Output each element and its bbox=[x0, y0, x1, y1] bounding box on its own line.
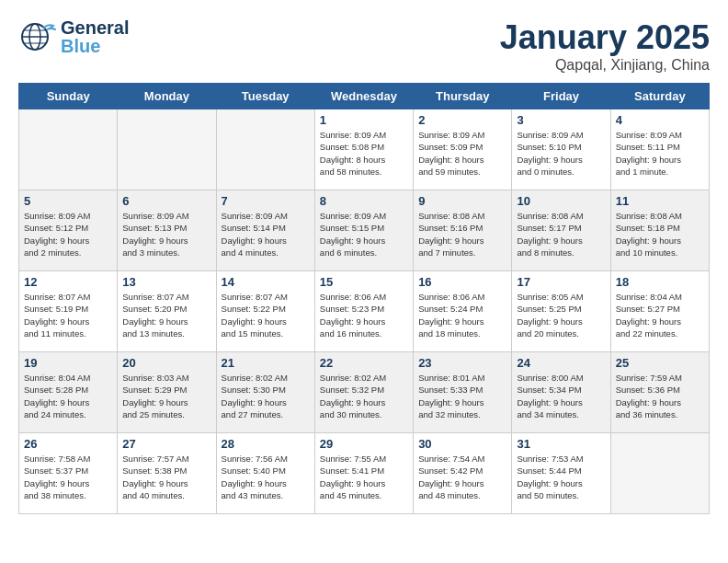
day-info: Sunrise: 8:05 AM Sunset: 5:25 PM Dayligh… bbox=[517, 291, 605, 339]
calendar-cell: 8Sunrise: 8:09 AM Sunset: 5:15 PM Daylig… bbox=[314, 190, 413, 271]
calendar-cell: 17Sunrise: 8:05 AM Sunset: 5:25 PM Dayli… bbox=[512, 271, 610, 352]
calendar-cell bbox=[19, 109, 118, 190]
calendar-cell: 29Sunrise: 7:55 AM Sunset: 5:41 PM Dayli… bbox=[314, 433, 413, 514]
calendar-cell: 12Sunrise: 8:07 AM Sunset: 5:19 PM Dayli… bbox=[19, 271, 118, 352]
day-info: Sunrise: 7:54 AM Sunset: 5:42 PM Dayligh… bbox=[418, 453, 506, 501]
day-info: Sunrise: 8:06 AM Sunset: 5:24 PM Dayligh… bbox=[418, 291, 506, 339]
calendar-cell: 4Sunrise: 8:09 AM Sunset: 5:11 PM Daylig… bbox=[610, 109, 709, 190]
day-info: Sunrise: 8:09 AM Sunset: 5:10 PM Dayligh… bbox=[517, 129, 605, 178]
day-header-sunday: Sunday bbox=[19, 84, 118, 109]
calendar-cell: 10Sunrise: 8:08 AM Sunset: 5:17 PM Dayli… bbox=[512, 190, 610, 271]
calendar-cell: 5Sunrise: 8:09 AM Sunset: 5:12 PM Daylig… bbox=[19, 190, 118, 271]
day-number: 24 bbox=[517, 356, 605, 370]
day-info: Sunrise: 8:03 AM Sunset: 5:29 PM Dayligh… bbox=[122, 372, 210, 420]
days-header-row: SundayMondayTuesdayWednesdayThursdayFrid… bbox=[19, 84, 710, 109]
day-number: 11 bbox=[616, 194, 704, 208]
calendar-cell: 7Sunrise: 8:09 AM Sunset: 5:14 PM Daylig… bbox=[216, 190, 314, 271]
title-block: January 2025 Qapqal, Xinjiang, China bbox=[500, 18, 710, 74]
day-header-thursday: Thursday bbox=[414, 84, 512, 109]
calendar-cell: 11Sunrise: 8:08 AM Sunset: 5:18 PM Dayli… bbox=[610, 190, 709, 271]
day-number: 15 bbox=[320, 275, 408, 289]
calendar-cell: 25Sunrise: 7:59 AM Sunset: 5:36 PM Dayli… bbox=[610, 352, 709, 433]
day-number: 18 bbox=[616, 275, 704, 289]
day-info: Sunrise: 8:07 AM Sunset: 5:19 PM Dayligh… bbox=[24, 291, 112, 339]
calendar-cell bbox=[118, 109, 216, 190]
day-number: 8 bbox=[320, 194, 408, 208]
calendar-cell: 22Sunrise: 8:02 AM Sunset: 5:32 PM Dayli… bbox=[314, 352, 413, 433]
day-number: 26 bbox=[24, 437, 112, 451]
day-info: Sunrise: 7:53 AM Sunset: 5:44 PM Dayligh… bbox=[517, 453, 605, 501]
day-number: 27 bbox=[122, 437, 210, 451]
day-number: 25 bbox=[616, 356, 704, 370]
day-number: 2 bbox=[418, 113, 506, 127]
day-number: 17 bbox=[517, 275, 605, 289]
day-info: Sunrise: 8:09 AM Sunset: 5:12 PM Dayligh… bbox=[24, 210, 112, 259]
day-number: 20 bbox=[122, 356, 210, 370]
calendar-cell: 27Sunrise: 7:57 AM Sunset: 5:38 PM Dayli… bbox=[118, 433, 216, 514]
day-info: Sunrise: 8:07 AM Sunset: 5:22 PM Dayligh… bbox=[222, 291, 310, 339]
calendar-cell: 18Sunrise: 8:04 AM Sunset: 5:27 PM Dayli… bbox=[610, 271, 709, 352]
day-info: Sunrise: 8:04 AM Sunset: 5:27 PM Dayligh… bbox=[616, 291, 704, 339]
day-info: Sunrise: 7:58 AM Sunset: 5:37 PM Dayligh… bbox=[24, 453, 112, 501]
day-info: Sunrise: 8:00 AM Sunset: 5:34 PM Dayligh… bbox=[517, 372, 605, 420]
day-number: 16 bbox=[418, 275, 506, 289]
calendar-week-row: 1Sunrise: 8:09 AM Sunset: 5:08 PM Daylig… bbox=[19, 109, 710, 190]
calendar-cell: 19Sunrise: 8:04 AM Sunset: 5:28 PM Dayli… bbox=[19, 352, 118, 433]
day-info: Sunrise: 8:06 AM Sunset: 5:23 PM Dayligh… bbox=[320, 291, 408, 339]
day-number: 9 bbox=[418, 194, 506, 208]
day-header-tuesday: Tuesday bbox=[216, 84, 314, 109]
calendar-cell bbox=[610, 433, 709, 514]
day-info: Sunrise: 8:09 AM Sunset: 5:15 PM Dayligh… bbox=[320, 210, 408, 259]
day-number: 1 bbox=[320, 113, 408, 127]
calendar-cell: 2Sunrise: 8:09 AM Sunset: 5:09 PM Daylig… bbox=[414, 109, 512, 190]
day-number: 28 bbox=[222, 437, 310, 451]
day-info: Sunrise: 7:59 AM Sunset: 5:36 PM Dayligh… bbox=[616, 372, 704, 420]
day-number: 4 bbox=[616, 113, 704, 127]
day-info: Sunrise: 8:08 AM Sunset: 5:16 PM Dayligh… bbox=[418, 210, 506, 259]
day-number: 13 bbox=[122, 275, 210, 289]
calendar-week-row: 12Sunrise: 8:07 AM Sunset: 5:19 PM Dayli… bbox=[19, 271, 710, 352]
day-info: Sunrise: 8:09 AM Sunset: 5:11 PM Dayligh… bbox=[616, 129, 704, 178]
day-info: Sunrise: 7:57 AM Sunset: 5:38 PM Dayligh… bbox=[122, 453, 210, 501]
calendar-cell: 9Sunrise: 8:08 AM Sunset: 5:16 PM Daylig… bbox=[414, 190, 512, 271]
day-number: 12 bbox=[24, 275, 112, 289]
page-header: General Blue January 2025 Qapqal, Xinjia… bbox=[18, 18, 710, 74]
day-number: 23 bbox=[418, 356, 506, 370]
day-number: 6 bbox=[122, 194, 210, 208]
calendar-cell: 6Sunrise: 8:09 AM Sunset: 5:13 PM Daylig… bbox=[118, 190, 216, 271]
calendar-cell: 23Sunrise: 8:01 AM Sunset: 5:33 PM Dayli… bbox=[414, 352, 512, 433]
day-info: Sunrise: 8:02 AM Sunset: 5:32 PM Dayligh… bbox=[320, 372, 408, 420]
calendar-cell: 26Sunrise: 7:58 AM Sunset: 5:37 PM Dayli… bbox=[19, 433, 118, 514]
calendar-cell: 28Sunrise: 7:56 AM Sunset: 5:40 PM Dayli… bbox=[216, 433, 314, 514]
day-header-saturday: Saturday bbox=[610, 84, 709, 109]
calendar-week-row: 26Sunrise: 7:58 AM Sunset: 5:37 PM Dayli… bbox=[19, 433, 710, 514]
calendar-week-row: 19Sunrise: 8:04 AM Sunset: 5:28 PM Dayli… bbox=[19, 352, 710, 433]
day-number: 22 bbox=[320, 356, 408, 370]
calendar-cell: 3Sunrise: 8:09 AM Sunset: 5:10 PM Daylig… bbox=[512, 109, 610, 190]
calendar-cell: 1Sunrise: 8:09 AM Sunset: 5:08 PM Daylig… bbox=[314, 109, 413, 190]
day-header-friday: Friday bbox=[512, 84, 610, 109]
day-info: Sunrise: 8:09 AM Sunset: 5:09 PM Dayligh… bbox=[418, 129, 506, 178]
calendar-cell: 24Sunrise: 8:00 AM Sunset: 5:34 PM Dayli… bbox=[512, 352, 610, 433]
day-info: Sunrise: 7:56 AM Sunset: 5:40 PM Dayligh… bbox=[222, 453, 310, 501]
day-number: 10 bbox=[517, 194, 605, 208]
day-info: Sunrise: 8:02 AM Sunset: 5:30 PM Dayligh… bbox=[222, 372, 310, 420]
day-info: Sunrise: 8:09 AM Sunset: 5:08 PM Dayligh… bbox=[320, 129, 408, 178]
day-info: Sunrise: 8:09 AM Sunset: 5:13 PM Dayligh… bbox=[122, 210, 210, 259]
logo-blue: Blue bbox=[61, 37, 129, 55]
calendar-table: SundayMondayTuesdayWednesdayThursdayFrid… bbox=[18, 83, 710, 514]
calendar-cell: 15Sunrise: 8:06 AM Sunset: 5:23 PM Dayli… bbox=[314, 271, 413, 352]
day-header-wednesday: Wednesday bbox=[314, 84, 413, 109]
day-info: Sunrise: 8:08 AM Sunset: 5:17 PM Dayligh… bbox=[517, 210, 605, 259]
calendar-week-row: 5Sunrise: 8:09 AM Sunset: 5:12 PM Daylig… bbox=[19, 190, 710, 271]
month-title: January 2025 bbox=[500, 18, 710, 57]
day-info: Sunrise: 7:55 AM Sunset: 5:41 PM Dayligh… bbox=[320, 453, 408, 501]
calendar-cell: 31Sunrise: 7:53 AM Sunset: 5:44 PM Dayli… bbox=[512, 433, 610, 514]
calendar-cell: 20Sunrise: 8:03 AM Sunset: 5:29 PM Dayli… bbox=[118, 352, 216, 433]
day-number: 7 bbox=[222, 194, 310, 208]
calendar-cell: 30Sunrise: 7:54 AM Sunset: 5:42 PM Dayli… bbox=[414, 433, 512, 514]
day-number: 3 bbox=[517, 113, 605, 127]
day-info: Sunrise: 8:01 AM Sunset: 5:33 PM Dayligh… bbox=[418, 372, 506, 420]
day-header-monday: Monday bbox=[118, 84, 216, 109]
calendar-cell: 13Sunrise: 8:07 AM Sunset: 5:20 PM Dayli… bbox=[118, 271, 216, 352]
